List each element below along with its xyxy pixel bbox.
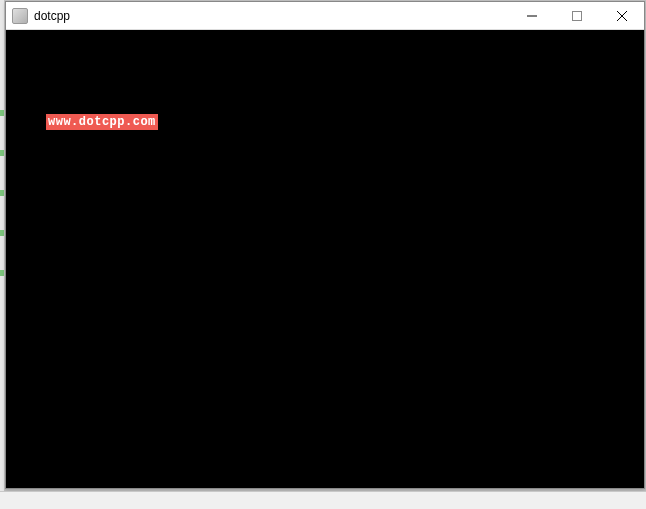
window-controls [509,2,644,29]
minimize-button[interactable] [509,2,554,30]
close-icon [617,11,627,21]
client-area: www.dotcpp.com [6,30,644,488]
left-artifact-edge [0,0,4,509]
minimize-icon [527,11,537,21]
maximize-button[interactable] [554,2,599,30]
output-text: www.dotcpp.com [46,114,158,130]
app-icon [12,8,28,24]
maximize-icon [572,11,582,21]
taskbar-strip [0,491,646,509]
close-button[interactable] [599,2,644,30]
window-title: dotcpp [34,9,509,23]
window-titlebar[interactable]: dotcpp [6,2,644,30]
svg-rect-1 [572,12,581,21]
application-window: dotcpp www.dotcpp.com [5,1,645,489]
